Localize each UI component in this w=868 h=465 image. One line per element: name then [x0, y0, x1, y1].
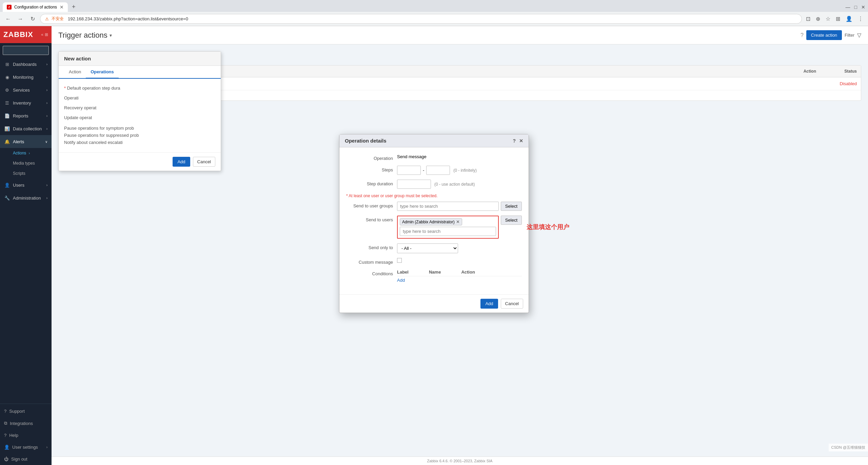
operation-type-row: Operation Send message — [346, 154, 522, 161]
operation-type-text: Send message — [397, 154, 427, 159]
page-title-dropdown[interactable]: ▾ — [110, 33, 112, 38]
minimize-icon[interactable]: — — [846, 4, 850, 10]
sidebar-item-media-types[interactable]: Media types — [0, 158, 52, 168]
steps-inputs: 1 - 1 (0 - infinitely) — [397, 166, 522, 175]
app-container: ZABBIX « ⊞ ⊞ Dashboards › ◉ Monitoring ›… — [0, 26, 868, 465]
sidebar-item-reports[interactable]: 📄 Reports › — [0, 109, 52, 122]
select-groups-button[interactable]: Select — [501, 202, 522, 211]
sidebar-search — [0, 43, 52, 58]
sidebar-item-label: Reports — [13, 113, 28, 118]
sidebar-item-dashboards[interactable]: ⊞ Dashboards › — [0, 58, 52, 71]
sidebar-sub-label: Scripts — [13, 171, 25, 176]
form-row-step-duration: * Default operation step dura — [64, 84, 215, 91]
step-duration-input[interactable]: 0 — [397, 180, 431, 189]
step-to-input[interactable]: 1 — [426, 166, 450, 175]
refresh-button[interactable]: ↻ — [28, 14, 37, 24]
share-icon[interactable]: ⊕ — [814, 14, 822, 23]
watermark-text: CSDN @五维猫猫技 — [831, 445, 865, 449]
conditions-col-name: Name — [429, 269, 441, 275]
sidebar-label: Integrations — [10, 421, 33, 426]
users-icon: 👤 — [4, 182, 10, 188]
sidebar-item-services[interactable]: ⚙ Services › — [0, 83, 52, 96]
chevron-right-icon: › — [46, 127, 47, 131]
pause-symptom-label: Pause operations for symptom prob — [64, 124, 215, 131]
close-icon[interactable]: ✕ — [519, 138, 523, 144]
tab-close-button[interactable]: ✕ — [60, 4, 64, 10]
users-input-area: Admin (Zabbix Administrator) ✕ Select — [397, 216, 522, 239]
user-tag-remove[interactable]: ✕ — [456, 219, 460, 224]
sidebar-item-support[interactable]: ? Support — [0, 405, 52, 417]
sidebar-label: Help — [9, 433, 18, 438]
sidebar-item-alerts[interactable]: 🔔 Alerts ∨ — [0, 135, 52, 148]
operation-label: Operati — [64, 94, 125, 100]
address-bar[interactable]: ⚠ 不安全 192.168.234.33/zabbix.php?action=a… — [40, 14, 802, 24]
filter-icon[interactable]: ▽ — [857, 32, 861, 38]
select-users-button[interactable]: Select — [501, 216, 522, 225]
update-label: Update operat — [64, 114, 125, 120]
chevron-right-icon: › — [46, 445, 47, 449]
panel-cancel-button[interactable]: Cancel — [193, 157, 215, 167]
browser-tab: Z Configuration of actions ✕ — [3, 2, 68, 12]
main-content: Trigger actions ▾ ? Create action Filter… — [52, 26, 868, 465]
modal-cancel-button[interactable]: Cancel — [501, 299, 523, 309]
page-title-text: Trigger actions — [58, 31, 107, 40]
send-only-to-select[interactable]: - All - — [397, 243, 458, 253]
chevron-right-icon: › — [46, 196, 47, 200]
sidebar-item-users[interactable]: 👤 Users › — [0, 179, 52, 191]
help-icon[interactable]: ? — [513, 138, 516, 144]
conditions-row: Conditions Label Name Action Add — [346, 269, 522, 283]
modal-add-button[interactable]: Add — [480, 299, 498, 309]
tab-operations[interactable]: Operations — [86, 66, 119, 79]
sidebar-item-actions[interactable]: Actions › — [0, 148, 52, 158]
new-tab-button[interactable]: + — [69, 2, 78, 12]
sidebar-item-inventory[interactable]: ☰ Inventory › — [0, 96, 52, 109]
chevron-right-icon: › — [46, 88, 47, 92]
form-row-recovery: Recovery operat — [64, 104, 215, 110]
monitoring-icon: ◉ — [4, 74, 10, 80]
translate-icon[interactable]: ⊡ — [805, 14, 812, 23]
pause-suppressed-label: Pause operations for suppressed prob — [64, 133, 215, 138]
add-condition-link[interactable]: Add — [397, 278, 405, 283]
create-action-button[interactable]: Create action — [806, 30, 842, 40]
expand-icon[interactable]: ⊞ — [45, 32, 48, 37]
user-groups-search-input[interactable] — [397, 202, 499, 211]
forward-button[interactable]: → — [16, 14, 25, 24]
sidebar-item-sign-out[interactable]: ⏻ Sign out — [0, 453, 52, 465]
reports-icon: 📄 — [4, 113, 10, 119]
sidebar-item-scripts[interactable]: Scripts — [0, 168, 52, 179]
close-icon[interactable]: ✕ — [861, 4, 865, 10]
sidebar-item-monitoring[interactable]: ◉ Monitoring › — [0, 71, 52, 83]
tab-action[interactable]: Action — [64, 66, 86, 79]
required-star: * — [64, 86, 66, 91]
back-button[interactable]: ← — [3, 14, 13, 24]
profile-icon[interactable]: 👤 — [844, 14, 854, 23]
panel-add-button[interactable]: Add — [173, 157, 190, 167]
maximize-icon[interactable]: □ — [854, 4, 857, 10]
sidebar-item-user-settings[interactable]: 👤 User settings › — [0, 441, 52, 453]
custom-message-label: Custom message — [346, 258, 397, 265]
alerts-icon: 🔔 — [4, 138, 10, 145]
sidebar-item-label: Services — [13, 88, 30, 93]
menu-icon[interactable]: ⋮ — [856, 14, 865, 23]
users-search-input[interactable] — [400, 227, 496, 236]
chevron-right-icon: › — [46, 62, 47, 66]
send-to-groups-label: Send to user groups — [346, 202, 397, 208]
sidebar-item-integrations[interactable]: ⧉ Integrations — [0, 417, 52, 429]
step-separator: - — [423, 168, 424, 173]
sign-out-icon: ⏻ — [4, 457, 8, 462]
bookmark-icon[interactable]: ☆ — [824, 14, 832, 23]
sidebar-item-administration[interactable]: 🔧 Administration › — [0, 191, 52, 204]
custom-message-checkbox[interactable] — [397, 258, 402, 263]
extensions-icon[interactable]: ⊞ — [834, 14, 842, 23]
step-from-input[interactable]: 1 — [397, 166, 421, 175]
sidebar-item-data-collection[interactable]: 📊 Data collection › — [0, 122, 52, 135]
annotation-text: 这里填这个用户 — [527, 223, 569, 231]
sidebar-bottom: ? Support ⧉ Integrations ? Help 👤 User s… — [0, 402, 52, 465]
row-status: Disabled — [816, 81, 857, 86]
search-input[interactable] — [3, 46, 49, 55]
sidebar-sub-label: Media types — [13, 161, 35, 166]
collapse-icon[interactable]: « — [41, 32, 43, 37]
sidebar-item-help[interactable]: ? Help — [0, 429, 52, 441]
users-box: Admin (Zabbix Administrator) ✕ — [397, 216, 499, 239]
logo-text: ZABBIX — [3, 30, 33, 39]
